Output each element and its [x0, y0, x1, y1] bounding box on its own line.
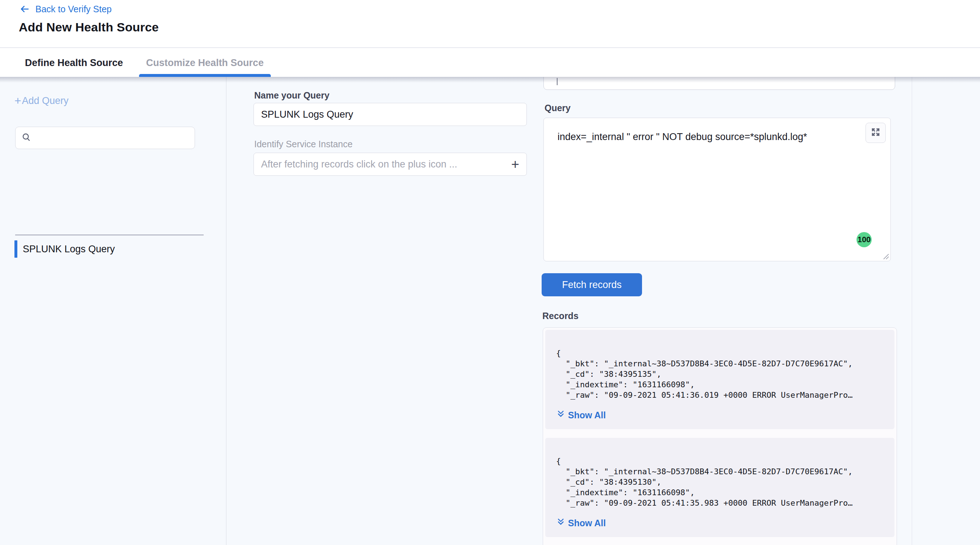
add-query-label: Add Query — [22, 95, 68, 106]
query-search-box — [15, 127, 195, 149]
textarea-resize-handle[interactable] — [881, 252, 889, 260]
double-chevron-down-icon — [557, 518, 565, 528]
show-all-link[interactable]: Show All — [557, 518, 606, 528]
selected-item-indicator — [14, 240, 18, 258]
back-link[interactable]: Back to Verify Step — [19, 3, 111, 14]
service-instance-input[interactable] — [261, 159, 511, 170]
record-count-badge: 100 — [856, 232, 872, 247]
double-chevron-down-icon — [557, 410, 565, 421]
text-caret — [557, 78, 557, 85]
page-header: Back to Verify Step Add New Health Sourc… — [0, 0, 980, 48]
sidebar-divider — [15, 235, 204, 235]
tab-define-label: Define Health Source — [25, 57, 123, 68]
show-all-label: Show All — [568, 410, 606, 421]
tab-customize-label: Customize Health Source — [146, 57, 264, 68]
back-arrow-icon — [19, 3, 30, 14]
service-instance-field: + — [253, 153, 527, 176]
name-your-query-label: Name your Query — [254, 90, 329, 101]
sidebar-item-splunk-logs-query[interactable]: SPLUNK Logs Query — [14, 240, 115, 258]
query-label: Query — [544, 103, 571, 113]
show-all-label: Show All — [568, 518, 606, 528]
tab-customize-health-source[interactable]: Customize Health Source — [141, 49, 269, 77]
record-card: { "_bkt": "_internal~38~D537D8B4-3EC0-4D… — [545, 438, 894, 537]
records-panel: { "_bkt": "_internal~38~D537D8B4-3EC0-4D… — [543, 327, 897, 545]
expand-query-button[interactable] — [865, 123, 886, 143]
page-title: Add New Health Source — [19, 20, 159, 34]
query-editor[interactable]: index=_internal " error " NOT debug sour… — [543, 118, 891, 261]
plus-icon: + — [14, 95, 21, 106]
drawer-content: + Add Query SPLUNK Logs Query Name your … — [0, 77, 980, 545]
fetch-records-button[interactable]: Fetch records — [542, 273, 642, 296]
scrolled-off-input[interactable] — [543, 77, 895, 90]
search-icon — [21, 132, 32, 144]
query-name-input[interactable] — [253, 103, 527, 126]
active-tab-underline — [139, 74, 271, 77]
add-service-instance-plus-icon[interactable]: + — [511, 157, 520, 171]
expand-icon — [870, 127, 881, 139]
right-panel-divider — [912, 77, 912, 545]
records-label: Records — [542, 311, 579, 321]
back-link-label: Back to Verify Step — [35, 4, 111, 14]
query-sidebar: + Add Query SPLUNK Logs Query — [0, 77, 226, 545]
tab-bar: Define Health Source Customize Health So… — [0, 49, 980, 77]
tab-define-health-source[interactable]: Define Health Source — [20, 49, 128, 77]
record-json: { "_bkt": "_internal~38~D537D8B4-3EC0-4D… — [556, 348, 885, 400]
query-item-label: SPLUNK Logs Query — [23, 244, 115, 255]
query-search-input[interactable] — [37, 133, 189, 143]
show-all-link[interactable]: Show All — [557, 410, 606, 421]
record-card: { "_bkt": "_internal~38~D537D8B4-3EC0-4D… — [545, 330, 894, 429]
identify-service-instance-label: Identify Service Instance — [254, 139, 352, 149]
add-query-button[interactable]: + Add Query — [14, 95, 68, 106]
record-json: { "_bkt": "_internal~38~D537D8B4-3EC0-4D… — [556, 456, 885, 508]
query-text: index=_internal " error " NOT debug sour… — [557, 130, 862, 143]
